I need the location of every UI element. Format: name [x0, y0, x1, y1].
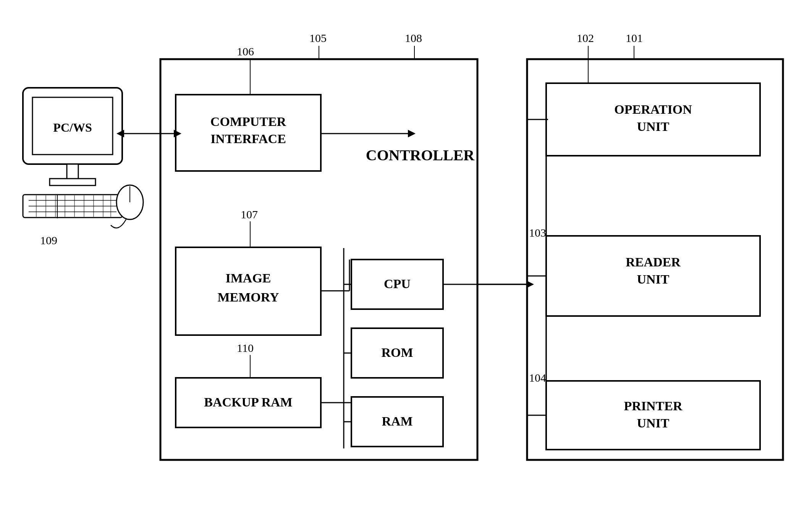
svg-rect-31 [546, 381, 760, 450]
svg-text:107: 107 [241, 208, 258, 221]
svg-text:UNIT: UNIT [637, 272, 669, 286]
svg-text:CONTROLLER: CONTROLLER [366, 147, 475, 164]
svg-text:103: 103 [529, 226, 546, 239]
svg-text:RAM: RAM [382, 414, 412, 428]
svg-text:108: 108 [405, 32, 422, 44]
diagram-container: PC/WS [0, 0, 812, 516]
svg-text:105: 105 [309, 32, 327, 44]
svg-rect-5 [50, 179, 95, 185]
svg-text:104: 104 [529, 371, 546, 384]
svg-text:ROM: ROM [381, 345, 413, 360]
svg-text:PC/WS: PC/WS [53, 121, 92, 134]
svg-text:102: 102 [577, 32, 594, 44]
svg-text:101: 101 [626, 32, 643, 44]
svg-text:110: 110 [237, 342, 254, 354]
svg-rect-4 [67, 164, 78, 179]
svg-text:PRINTER: PRINTER [624, 399, 682, 413]
svg-text:UNIT: UNIT [637, 416, 669, 430]
svg-text:COMPUTER: COMPUTER [210, 114, 286, 129]
svg-text:IMAGE: IMAGE [226, 271, 271, 285]
svg-text:READER: READER [626, 255, 681, 269]
svg-text:106: 106 [237, 45, 254, 58]
svg-text:INTERFACE: INTERFACE [210, 132, 286, 146]
svg-text:109: 109 [40, 234, 57, 247]
svg-text:OPERATION: OPERATION [614, 102, 692, 116]
svg-text:BACKUP RAM: BACKUP RAM [204, 395, 292, 409]
svg-text:CPU: CPU [384, 277, 411, 291]
svg-text:UNIT: UNIT [637, 119, 669, 134]
svg-text:MEMORY: MEMORY [217, 290, 279, 304]
